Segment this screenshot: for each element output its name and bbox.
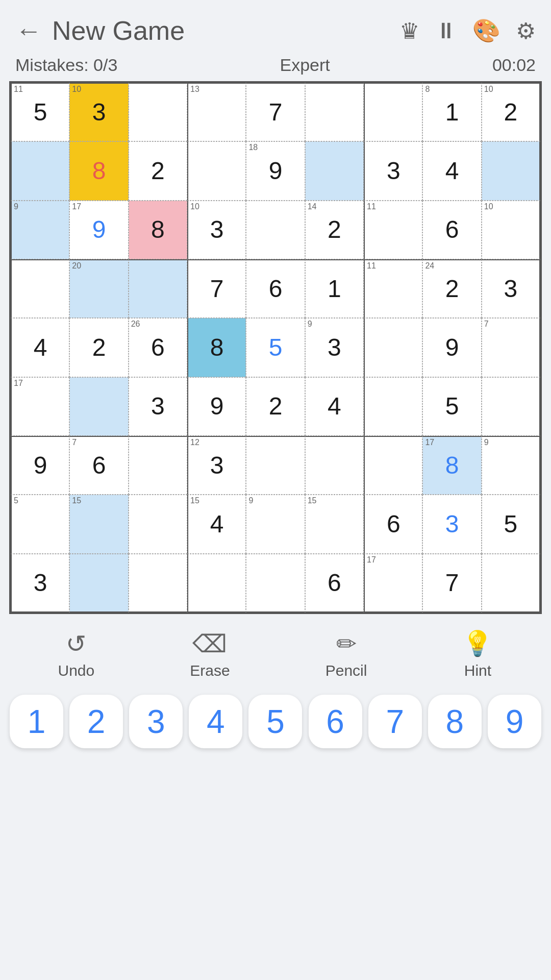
num-btn-3[interactable]: 3 <box>129 695 183 748</box>
cell-r5-c0[interactable]: 17 <box>11 377 69 436</box>
cell-r7-c0[interactable]: 5 <box>11 495 69 553</box>
cell-r1-c4[interactable]: 189 <box>246 141 305 200</box>
cell-r1-c3[interactable] <box>187 141 246 200</box>
cell-r1-c2[interactable]: 2 <box>129 141 187 200</box>
undo-button[interactable]: ↺ Undo <box>58 629 95 679</box>
cell-r0-c2[interactable] <box>129 83 187 141</box>
cell-r7-c8[interactable]: 5 <box>482 495 540 553</box>
cell-r1-c1[interactable]: 8 <box>69 141 128 200</box>
num-btn-8[interactable]: 8 <box>428 695 482 748</box>
cell-r3-c2[interactable] <box>129 259 187 318</box>
cell-r7-c3[interactable]: 154 <box>187 495 246 553</box>
cell-r2-c8[interactable]: 10 <box>482 201 540 259</box>
cell-r6-c8[interactable]: 9 <box>482 436 540 495</box>
cell-r2-c5[interactable]: 142 <box>305 201 364 259</box>
cell-r8-c8[interactable] <box>482 554 540 612</box>
cell-r3-c7[interactable]: 242 <box>422 259 481 318</box>
cell-r0-c0[interactable]: 115 <box>11 83 69 141</box>
cell-r8-c5[interactable]: 6 <box>305 554 364 612</box>
cell-r3-c8[interactable]: 3 <box>482 259 540 318</box>
cell-r1-c7[interactable]: 4 <box>422 141 481 200</box>
num-btn-2[interactable]: 2 <box>69 695 123 748</box>
cell-r1-c6[interactable]: 3 <box>364 141 422 200</box>
cell-r8-c0[interactable]: 3 <box>11 554 69 612</box>
cell-r0-c7[interactable]: 81 <box>422 83 481 141</box>
cell-r2-c0[interactable]: 9 <box>11 201 69 259</box>
cell-r2-c4[interactable] <box>246 201 305 259</box>
cell-r6-c2[interactable] <box>129 436 187 495</box>
cell-r4-c8[interactable]: 7 <box>482 318 540 377</box>
cell-r8-c6[interactable]: 17 <box>364 554 422 612</box>
cell-r0-c6[interactable] <box>364 83 422 141</box>
num-btn-9[interactable]: 9 <box>488 695 541 748</box>
cell-r6-c0[interactable]: 9 <box>11 436 69 495</box>
crown-icon[interactable]: ♛ <box>399 18 419 44</box>
cell-r2-c2[interactable]: 8 <box>129 201 187 259</box>
cell-r6-c3[interactable]: 123 <box>187 436 246 495</box>
cell-r8-c3[interactable] <box>187 554 246 612</box>
cell-r5-c4[interactable]: 2 <box>246 377 305 436</box>
cell-r4-c1[interactable]: 2 <box>69 318 128 377</box>
num-btn-7[interactable]: 7 <box>368 695 422 748</box>
cell-r3-c0[interactable] <box>11 259 69 318</box>
cell-r3-c4[interactable]: 6 <box>246 259 305 318</box>
cell-r8-c1[interactable] <box>69 554 128 612</box>
cell-r7-c6[interactable]: 6 <box>364 495 422 553</box>
cell-r6-c4[interactable] <box>246 436 305 495</box>
cell-r5-c5[interactable]: 4 <box>305 377 364 436</box>
num-btn-4[interactable]: 4 <box>189 695 242 748</box>
cell-r7-c2[interactable] <box>129 495 187 553</box>
num-btn-1[interactable]: 1 <box>10 695 63 748</box>
cell-value: 3 <box>387 159 400 183</box>
cell-r3-c1[interactable]: 20 <box>69 259 128 318</box>
settings-icon[interactable]: ⚙ <box>516 18 536 44</box>
palette-icon[interactable]: 🎨 <box>472 17 500 44</box>
pencil-button[interactable]: ✏ Pencil <box>325 629 367 679</box>
cell-r5-c6[interactable] <box>364 377 422 436</box>
cell-r3-c3[interactable]: 7 <box>187 259 246 318</box>
cell-r1-c5[interactable] <box>305 141 364 200</box>
cell-r4-c5[interactable]: 93 <box>305 318 364 377</box>
cell-r0-c1[interactable]: 103 <box>69 83 128 141</box>
cell-r6-c6[interactable] <box>364 436 422 495</box>
cell-r5-c8[interactable] <box>482 377 540 436</box>
cell-r5-c1[interactable] <box>69 377 128 436</box>
cell-r2-c6[interactable]: 11 <box>364 201 422 259</box>
num-btn-6[interactable]: 6 <box>309 695 362 748</box>
hint-button[interactable]: 💡 Hint <box>462 629 493 679</box>
cell-r0-c8[interactable]: 102 <box>482 83 540 141</box>
cell-r4-c2[interactable]: 266 <box>129 318 187 377</box>
cell-r7-c4[interactable]: 9 <box>246 495 305 553</box>
cell-r7-c7[interactable]: 3 <box>422 495 481 553</box>
cell-r7-c1[interactable]: 15 <box>69 495 128 553</box>
cell-r3-c6[interactable]: 11 <box>364 259 422 318</box>
cell-r8-c7[interactable]: 7 <box>422 554 481 612</box>
cell-r0-c5[interactable] <box>305 83 364 141</box>
num-btn-5[interactable]: 5 <box>248 695 302 748</box>
cell-r5-c3[interactable]: 9 <box>187 377 246 436</box>
erase-button[interactable]: ⌫ Erase <box>190 629 230 679</box>
cell-r2-c3[interactable]: 103 <box>187 201 246 259</box>
cell-r7-c5[interactable]: 15 <box>305 495 364 553</box>
cell-r4-c6[interactable] <box>364 318 422 377</box>
cell-r4-c4[interactable]: 5 <box>246 318 305 377</box>
cell-r4-c0[interactable]: 4 <box>11 318 69 377</box>
cell-r5-c2[interactable]: 3 <box>129 377 187 436</box>
cell-r8-c4[interactable] <box>246 554 305 612</box>
cell-r3-c5[interactable]: 1 <box>305 259 364 318</box>
cell-r2-c7[interactable]: 6 <box>422 201 481 259</box>
cell-r5-c7[interactable]: 5 <box>422 377 481 436</box>
cell-r2-c1[interactable]: 179 <box>69 201 128 259</box>
cell-r1-c8[interactable] <box>482 141 540 200</box>
pause-icon[interactable]: ⏸ <box>435 18 457 43</box>
back-button[interactable]: ← <box>15 15 42 46</box>
cell-r0-c4[interactable]: 7 <box>246 83 305 141</box>
cell-r6-c5[interactable] <box>305 436 364 495</box>
cell-r4-c3[interactable]: 8 <box>187 318 246 377</box>
cell-r6-c1[interactable]: 76 <box>69 436 128 495</box>
cell-r8-c2[interactable] <box>129 554 187 612</box>
cell-r0-c3[interactable]: 13 <box>187 83 246 141</box>
cell-r1-c0[interactable] <box>11 141 69 200</box>
cell-r4-c7[interactable]: 9 <box>422 318 481 377</box>
cell-r6-c7[interactable]: 178 <box>422 436 481 495</box>
